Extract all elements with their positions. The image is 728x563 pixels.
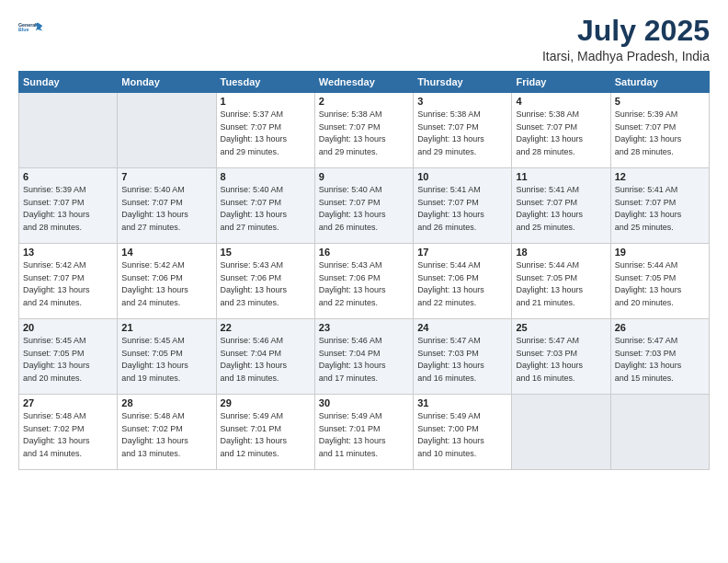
day-number: 22 xyxy=(221,322,311,333)
day-number: 21 xyxy=(121,322,211,333)
day-cell: 14Sunrise: 5:42 AM Sunset: 7:06 PM Dayli… xyxy=(118,244,216,319)
day-cell: 1Sunrise: 5:37 AM Sunset: 7:07 PM Daylig… xyxy=(216,93,314,168)
day-info: Sunrise: 5:45 AM Sunset: 7:05 PM Dayligh… xyxy=(23,335,113,385)
day-info: Sunrise: 5:43 AM Sunset: 7:06 PM Dayligh… xyxy=(221,259,311,309)
day-info: Sunrise: 5:42 AM Sunset: 7:06 PM Dayligh… xyxy=(121,259,211,309)
day-cell: 9Sunrise: 5:40 AM Sunset: 7:07 PM Daylig… xyxy=(314,168,413,244)
day-number: 26 xyxy=(615,322,705,333)
day-info: Sunrise: 5:47 AM Sunset: 7:03 PM Dayligh… xyxy=(516,335,606,385)
day-info: Sunrise: 5:38 AM Sunset: 7:07 PM Dayligh… xyxy=(319,109,409,158)
header-cell-saturday: Saturday xyxy=(610,72,709,93)
day-cell: 6Sunrise: 5:39 AM Sunset: 7:07 PM Daylig… xyxy=(19,168,118,244)
day-info: Sunrise: 5:38 AM Sunset: 7:07 PM Dayligh… xyxy=(417,109,507,158)
day-number: 14 xyxy=(121,247,211,258)
header: GeneralBlue July 2025 Itarsi, Madhya Pra… xyxy=(18,15,710,63)
header-cell-monday: Monday xyxy=(118,72,216,93)
day-cell: 18Sunrise: 5:44 AM Sunset: 7:05 PM Dayli… xyxy=(512,244,610,319)
day-number: 6 xyxy=(23,171,113,182)
day-info: Sunrise: 5:41 AM Sunset: 7:07 PM Dayligh… xyxy=(615,184,705,234)
day-info: Sunrise: 5:47 AM Sunset: 7:03 PM Dayligh… xyxy=(615,335,705,385)
day-cell: 17Sunrise: 5:44 AM Sunset: 7:06 PM Dayli… xyxy=(414,244,512,319)
day-cell: 4Sunrise: 5:38 AM Sunset: 7:07 PM Daylig… xyxy=(512,93,610,168)
header-cell-wednesday: Wednesday xyxy=(314,72,413,93)
day-cell: 30Sunrise: 5:49 AM Sunset: 7:01 PM Dayli… xyxy=(314,395,413,470)
svg-text:Blue: Blue xyxy=(18,27,28,32)
day-info: Sunrise: 5:48 AM Sunset: 7:02 PM Dayligh… xyxy=(23,410,113,460)
day-cell: 7Sunrise: 5:40 AM Sunset: 7:07 PM Daylig… xyxy=(118,168,216,244)
day-cell xyxy=(512,395,610,470)
day-info: Sunrise: 5:43 AM Sunset: 7:06 PM Dayligh… xyxy=(319,259,409,309)
week-row-2: 6Sunrise: 5:39 AM Sunset: 7:07 PM Daylig… xyxy=(19,168,710,244)
week-row-5: 27Sunrise: 5:48 AM Sunset: 7:02 PM Dayli… xyxy=(19,395,710,470)
day-number: 18 xyxy=(516,247,606,258)
day-cell: 13Sunrise: 5:42 AM Sunset: 7:07 PM Dayli… xyxy=(19,244,118,319)
day-info: Sunrise: 5:44 AM Sunset: 7:05 PM Dayligh… xyxy=(615,259,705,309)
day-cell: 3Sunrise: 5:38 AM Sunset: 7:07 PM Daylig… xyxy=(414,93,512,168)
day-cell: 25Sunrise: 5:47 AM Sunset: 7:03 PM Dayli… xyxy=(512,319,610,395)
day-cell: 11Sunrise: 5:41 AM Sunset: 7:07 PM Dayli… xyxy=(512,168,610,244)
week-row-4: 20Sunrise: 5:45 AM Sunset: 7:05 PM Dayli… xyxy=(19,319,710,395)
day-number: 27 xyxy=(23,397,113,408)
day-number: 9 xyxy=(319,171,409,182)
day-number: 11 xyxy=(516,171,606,182)
day-number: 13 xyxy=(23,247,113,258)
day-info: Sunrise: 5:39 AM Sunset: 7:07 PM Dayligh… xyxy=(23,184,113,234)
day-info: Sunrise: 5:49 AM Sunset: 7:01 PM Dayligh… xyxy=(221,410,311,460)
day-info: Sunrise: 5:40 AM Sunset: 7:07 PM Dayligh… xyxy=(221,184,311,234)
day-number: 19 xyxy=(615,247,705,258)
day-cell: 10Sunrise: 5:41 AM Sunset: 7:07 PM Dayli… xyxy=(414,168,512,244)
header-row: SundayMondayTuesdayWednesdayThursdayFrid… xyxy=(19,72,710,93)
location: Itarsi, Madhya Pradesh, India xyxy=(542,49,710,63)
day-info: Sunrise: 5:48 AM Sunset: 7:02 PM Dayligh… xyxy=(121,410,211,460)
day-info: Sunrise: 5:44 AM Sunset: 7:06 PM Dayligh… xyxy=(417,259,507,309)
day-info: Sunrise: 5:45 AM Sunset: 7:05 PM Dayligh… xyxy=(121,335,211,385)
day-info: Sunrise: 5:37 AM Sunset: 7:07 PM Dayligh… xyxy=(221,109,311,158)
header-cell-sunday: Sunday xyxy=(19,72,118,93)
header-cell-thursday: Thursday xyxy=(414,72,512,93)
day-info: Sunrise: 5:47 AM Sunset: 7:03 PM Dayligh… xyxy=(417,335,507,385)
day-cell: 22Sunrise: 5:46 AM Sunset: 7:04 PM Dayli… xyxy=(216,319,314,395)
week-row-3: 13Sunrise: 5:42 AM Sunset: 7:07 PM Dayli… xyxy=(19,244,710,319)
day-info: Sunrise: 5:49 AM Sunset: 7:00 PM Dayligh… xyxy=(417,410,507,460)
day-cell: 23Sunrise: 5:46 AM Sunset: 7:04 PM Dayli… xyxy=(314,319,413,395)
day-cell xyxy=(610,395,709,470)
day-number: 8 xyxy=(221,171,311,182)
day-number: 1 xyxy=(221,96,311,107)
day-info: Sunrise: 5:40 AM Sunset: 7:07 PM Dayligh… xyxy=(319,184,409,234)
day-number: 2 xyxy=(319,96,409,107)
day-cell: 15Sunrise: 5:43 AM Sunset: 7:06 PM Dayli… xyxy=(216,244,314,319)
day-info: Sunrise: 5:40 AM Sunset: 7:07 PM Dayligh… xyxy=(121,184,211,234)
day-number: 10 xyxy=(417,171,507,182)
day-cell: 24Sunrise: 5:47 AM Sunset: 7:03 PM Dayli… xyxy=(414,319,512,395)
day-cell: 29Sunrise: 5:49 AM Sunset: 7:01 PM Dayli… xyxy=(216,395,314,470)
header-cell-tuesday: Tuesday xyxy=(216,72,314,93)
day-number: 5 xyxy=(615,96,705,107)
logo: GeneralBlue xyxy=(18,15,44,40)
svg-text:General: General xyxy=(18,22,37,28)
month-title: July 2025 xyxy=(542,15,710,47)
day-number: 16 xyxy=(319,247,409,258)
logo-icon: GeneralBlue xyxy=(18,15,44,40)
day-info: Sunrise: 5:38 AM Sunset: 7:07 PM Dayligh… xyxy=(516,109,606,158)
header-cell-friday: Friday xyxy=(512,72,610,93)
day-info: Sunrise: 5:46 AM Sunset: 7:04 PM Dayligh… xyxy=(221,335,311,385)
day-number: 28 xyxy=(121,397,211,408)
day-number: 23 xyxy=(319,322,409,333)
day-cell: 2Sunrise: 5:38 AM Sunset: 7:07 PM Daylig… xyxy=(314,93,413,168)
day-cell: 21Sunrise: 5:45 AM Sunset: 7:05 PM Dayli… xyxy=(118,319,216,395)
day-number: 25 xyxy=(516,322,606,333)
day-number: 29 xyxy=(221,397,311,408)
day-cell: 26Sunrise: 5:47 AM Sunset: 7:03 PM Dayli… xyxy=(610,319,709,395)
day-number: 4 xyxy=(516,96,606,107)
day-cell: 16Sunrise: 5:43 AM Sunset: 7:06 PM Dayli… xyxy=(314,244,413,319)
day-number: 24 xyxy=(417,322,507,333)
day-info: Sunrise: 5:49 AM Sunset: 7:01 PM Dayligh… xyxy=(319,410,409,460)
day-cell: 27Sunrise: 5:48 AM Sunset: 7:02 PM Dayli… xyxy=(19,395,118,470)
day-number: 31 xyxy=(417,397,507,408)
day-cell: 19Sunrise: 5:44 AM Sunset: 7:05 PM Dayli… xyxy=(610,244,709,319)
day-cell: 28Sunrise: 5:48 AM Sunset: 7:02 PM Dayli… xyxy=(118,395,216,470)
day-number: 17 xyxy=(417,247,507,258)
calendar-table: SundayMondayTuesdayWednesdayThursdayFrid… xyxy=(18,71,710,470)
day-number: 12 xyxy=(615,171,705,182)
day-number: 15 xyxy=(221,247,311,258)
